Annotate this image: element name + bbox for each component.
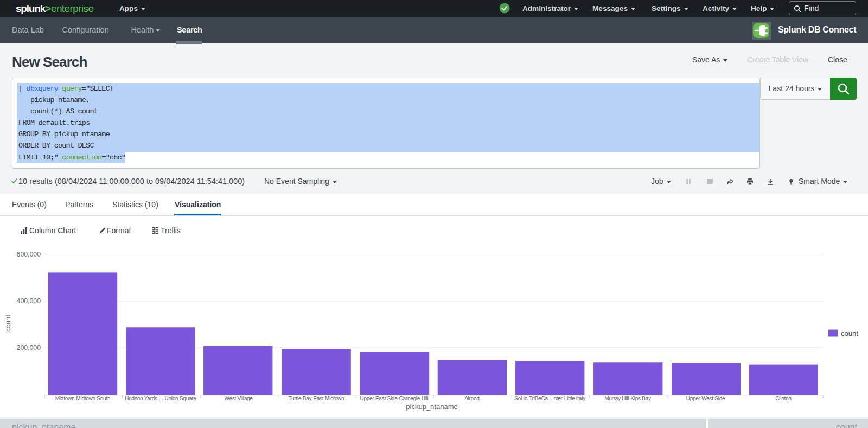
svg-text:Hudson Yards-...-Union Square: Hudson Yards-...-Union Square [125, 395, 196, 401]
svg-text:Upper East Side-Carnegie Hill: Upper East Side-Carnegie Hill [360, 395, 428, 401]
svg-text:600,000: 600,000 [17, 251, 41, 258]
svg-text:West Village: West Village [224, 395, 253, 401]
svg-text:Turtle Bay-East Midtown: Turtle Bay-East Midtown [289, 395, 344, 401]
svg-text:Clinton: Clinton [775, 395, 791, 401]
svg-text:200,000: 200,000 [17, 344, 41, 352]
svg-text:Upper West Side: Upper West Side [686, 395, 725, 401]
svg-text:SoHo-TriBeCa-...nter-Little It: SoHo-TriBeCa-...nter-Little Italy [514, 395, 585, 401]
svg-text:count: count [841, 329, 858, 337]
svg-text:count: count [4, 315, 12, 332]
svg-text:Airport: Airport [464, 395, 480, 401]
svg-text:pickup_ntaname: pickup_ntaname [406, 403, 457, 411]
svg-text:Midtown-Midtown South: Midtown-Midtown South [55, 395, 110, 401]
svg-text:400,000: 400,000 [17, 297, 41, 305]
svg-text:Murray Hill-Kips Bay: Murray Hill-Kips Bay [604, 395, 651, 401]
